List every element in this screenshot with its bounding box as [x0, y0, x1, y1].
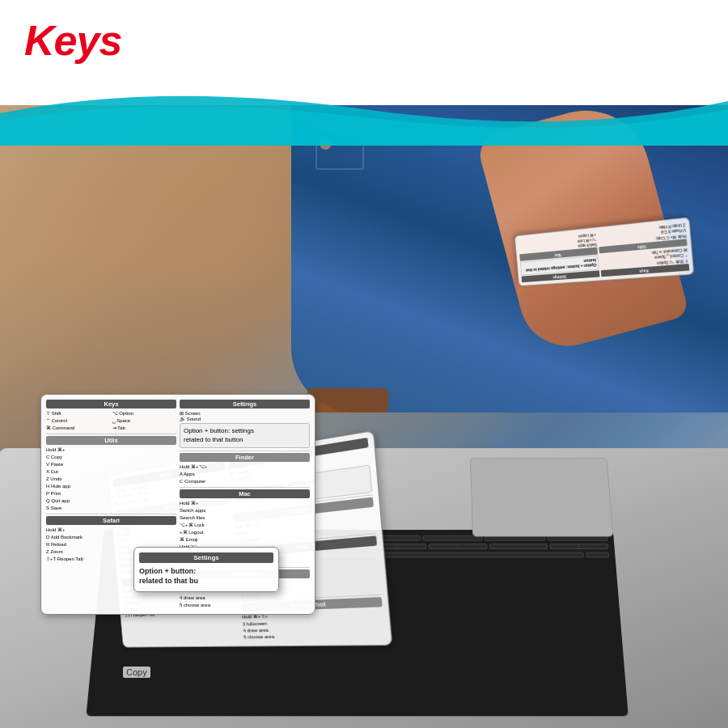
settings-popup-text: Option + button:related to that bu	[139, 566, 273, 586]
settings-popup-header: Settings	[139, 552, 273, 563]
photo-background: cmd Z X C V fn	[0, 97, 728, 728]
page-container: Keys	[0, 0, 728, 728]
sticker-main-settings-header: Settings	[180, 400, 310, 408]
sticker-main-utils-header: Utils	[46, 436, 176, 445]
logo-area: Keys	[24, 16, 121, 65]
sticker-main-mac-header: Mac	[180, 489, 310, 498]
copy-label: Copy	[123, 667, 150, 678]
sticker-main-settings-desc: Option + button: settingsrelated to that…	[180, 423, 310, 448]
sticker-main-finder-header: Finder	[180, 453, 310, 462]
logo-text: Keys	[24, 17, 121, 64]
sticker-main-safari-header: Safari	[46, 516, 176, 525]
settings-popup: Settings Option + button:related to that…	[133, 547, 279, 592]
trackpad	[470, 458, 614, 537]
sticker-main-keys-header: Keys	[46, 400, 176, 408]
